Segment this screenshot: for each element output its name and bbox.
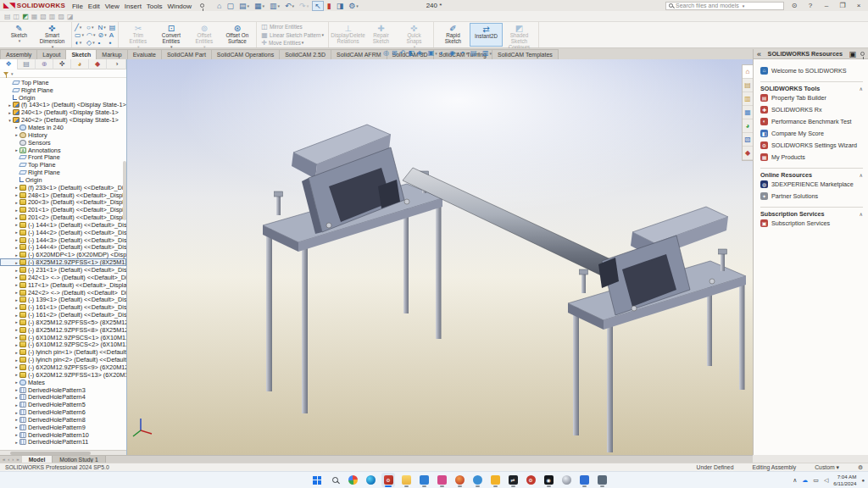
tree-item[interactable]: ▸(-) 6X10M12.9ZPSCS<1> (6X10M12.9ZPSCS) … <box>0 334 126 341</box>
expand-arrow-icon[interactable]: ▸ <box>14 432 19 437</box>
close-button[interactable]: × <box>853 2 865 9</box>
expand-arrow-icon[interactable]: ▸ <box>14 132 19 137</box>
zoom-to-fit-button[interactable]: ◎ <box>383 49 389 57</box>
taskbar-sphere-app[interactable] <box>559 473 573 487</box>
redo-button[interactable]: ↷▾ <box>298 1 310 11</box>
graphics-viewport[interactable] <box>127 59 753 455</box>
restore-button[interactable]: ❐ <box>837 2 849 9</box>
tab-solidcam-part[interactable]: SolidCAM Part <box>161 49 212 59</box>
taskbar-camera-app[interactable]: ◉ <box>542 473 555 487</box>
convert-entities-button[interactable]: ⊡Convert Entities▾ <box>154 23 187 47</box>
login-icon[interactable]: ⊙ <box>788 2 800 9</box>
previous-view-button[interactable]: ↶ <box>400 49 406 57</box>
pin-menu-icon[interactable] <box>200 3 204 8</box>
float-panel-icon[interactable]: ▣ <box>849 50 856 58</box>
corner-rectangle-tool[interactable]: ▭▾ <box>75 31 84 39</box>
tree-item[interactable]: ▸(-) 161<2> (Default) <<Default>_Display… <box>0 311 126 319</box>
caret-icon[interactable]: ▾ <box>456 51 459 56</box>
expand-arrow-icon[interactable]: ▸ <box>14 342 19 347</box>
circle-tool[interactable]: ○▾ <box>86 24 96 31</box>
expand-arrow-icon[interactable]: ▸ <box>14 208 19 213</box>
taskbar-start[interactable] <box>310 473 324 487</box>
tree-item[interactable]: ▸(-) 231<1> (Default) <<Default>_Display… <box>0 266 126 274</box>
options-button[interactable]: ⚙▾ <box>347 1 360 11</box>
tree-item[interactable]: ▸DerivedHolePattern11 <box>0 439 126 446</box>
expand-arrow-icon[interactable]: ▸ <box>14 125 19 130</box>
search-caret-icon[interactable]: ▾ <box>743 3 745 8</box>
edit-appearance-button[interactable]: ◓▾ <box>461 49 468 57</box>
tree-item[interactable]: ▸(-) 6X20MDP<1> (6X20MDP) <Display State… <box>0 251 126 258</box>
caret-icon[interactable]: ▾ <box>423 51 426 56</box>
minimize-button[interactable]: – <box>821 2 832 9</box>
caret-icon[interactable]: ▾ <box>465 51 468 56</box>
taskbar-file-explorer[interactable] <box>399 473 413 487</box>
volume-icon[interactable]: ◁ <box>824 477 828 484</box>
tree-item[interactable]: ▸(-) 144<4> (Default) <<Default>_Display… <box>0 244 126 252</box>
expand-arrow-icon[interactable]: ▸ <box>14 410 19 415</box>
tree-item[interactable]: ▸201<2> (Default) <<Default>_Display Sta… <box>0 214 126 221</box>
mirror-entities-button[interactable]: ◫Mirror Entities <box>261 23 324 30</box>
tree-item[interactable]: ▸DerivedHolePattern3 <box>0 386 126 394</box>
taskpane-link[interactable]: ◧Compare My Score <box>760 127 863 139</box>
taskpane-link[interactable]: ⚙SOLIDWORKS Settings Wizard <box>760 139 863 151</box>
view-settings-button[interactable]: ▥▾ <box>482 49 492 57</box>
taskpane-tab-solidworks-resources[interactable]: ⌂ <box>743 65 753 79</box>
caret-icon[interactable]: ▾ <box>292 3 295 8</box>
expand-arrow-icon[interactable]: ▸ <box>14 274 19 280</box>
tree-item[interactable]: ▸201<1> (Default) <<Default>_Display Sta… <box>0 206 126 214</box>
caret-icon[interactable]: ▾ <box>490 51 492 56</box>
caret-icon[interactable]: ▾ <box>307 3 309 8</box>
taskbar-app-teal[interactable] <box>470 473 484 487</box>
xpress-products-button[interactable]: ▮ <box>326 1 333 11</box>
display-delete-relations-button[interactable]: ⊥Display/Delete Relations <box>331 23 364 47</box>
expand-arrow-icon[interactable]: ▸ <box>14 268 19 273</box>
assembly-features-icon[interactable]: ▨ <box>58 13 64 20</box>
expand-arrow-icon[interactable]: ▸ <box>14 313 19 318</box>
open-document-button[interactable]: ▤▾ <box>237 1 251 11</box>
tab-solidcam-afrm[interactable]: SolidCAM AFRM <box>331 49 387 59</box>
tree-item[interactable]: ▸(-) 144<2> (Default) <<Default>_Display… <box>0 229 126 236</box>
taskpane-link[interactable]: ◐Performance Benchmark Test <box>760 115 863 127</box>
expand-arrow-icon[interactable]: ▸ <box>14 395 19 400</box>
hide-show-items-button[interactable]: ◉▾ <box>449 49 459 57</box>
caret-icon[interactable]: ▾ <box>104 31 107 39</box>
undo-button[interactable]: ↶▾ <box>283 1 296 11</box>
insert-components-icon[interactable]: ▤ <box>4 13 11 20</box>
tree-item[interactable]: ▸(-) 8X25M12.9ZPFSS<8> (8X25M12.9ZPFSS) … <box>0 326 126 334</box>
caret-icon[interactable]: ▾ <box>321 32 324 37</box>
tab-layout[interactable]: Layout <box>36 49 66 59</box>
taskpane-link[interactable]: ▣Subscription Services <box>760 217 863 229</box>
tab-nav-1[interactable]: ‹ <box>8 457 9 462</box>
tree-item[interactable]: Origin <box>0 94 126 102</box>
tree-item[interactable]: ▸240<1> (Default) <Display State-1> <box>0 108 126 116</box>
caret-icon[interactable]: ▾ <box>92 39 95 47</box>
line-tool[interactable]: ╱▾ <box>75 24 84 31</box>
tree-item[interactable]: ▾240<2> (Default) <Display State-1> <box>0 116 126 124</box>
tray-clock[interactable]: 7:04 AM 6/11/2024 <box>833 474 856 485</box>
tree-item[interactable]: Top Plane <box>0 161 126 169</box>
caret-icon[interactable]: ▾ <box>247 3 249 8</box>
tree-item[interactable]: ▸248<1> (Default) <<Default>_Display Sta… <box>0 191 126 199</box>
taskbar-app-orange[interactable] <box>453 473 466 487</box>
move-entities-button[interactable]: ✛Move Entities▾ <box>261 39 324 47</box>
tree-tab-propertymanager[interactable]: ▤ <box>18 59 36 69</box>
linear-component-pattern-icon[interactable]: ▦ <box>31 13 38 20</box>
expand-arrow-icon[interactable]: ▸ <box>14 402 19 408</box>
expand-arrow-icon[interactable]: ▸ <box>14 290 19 295</box>
arc-tool[interactable]: ◠▾ <box>86 31 96 39</box>
expand-arrow-icon[interactable]: ▸ <box>14 327 19 332</box>
expand-arrow-icon[interactable]: ▸ <box>14 245 19 250</box>
tree-item[interactable]: ▸History <box>0 131 126 139</box>
new-document-button[interactable]: ▢ <box>225 1 236 11</box>
expand-arrow-icon[interactable]: ▸ <box>14 282 19 287</box>
tree-item[interactable]: ▸DerivedHolePattern6 <box>0 408 126 416</box>
tab-nav-3[interactable]: » <box>16 457 19 462</box>
caret-icon[interactable]: ▾ <box>278 3 281 8</box>
expand-arrow-icon[interactable]: ▸ <box>14 387 19 392</box>
tree-tab-configurationmanager[interactable]: ⊕ <box>36 59 53 69</box>
taskpane-link[interactable]: ▤Property Tab Builder <box>760 92 863 103</box>
tree-item[interactable]: ▸Mates <box>0 379 126 386</box>
custom-dropdown[interactable]: Custom ▾ <box>815 464 839 471</box>
rapid-sketch-button[interactable]: ✐Rapid Sketch <box>437 23 470 47</box>
tree-item[interactable]: ▸DerivedHolePattern10 <box>0 431 126 439</box>
